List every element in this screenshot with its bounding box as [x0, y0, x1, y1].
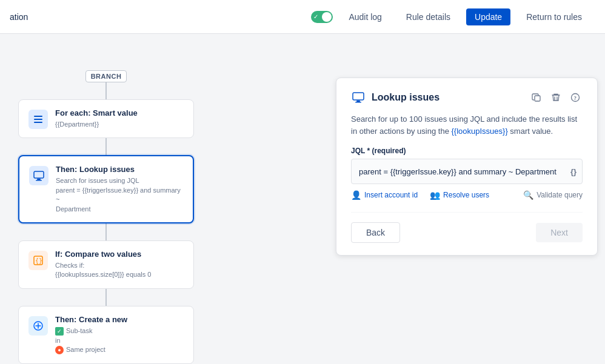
foreach-node-icon	[28, 110, 48, 129]
lookup-node-subtitle: Search for issues using JQLparent = {{tr…	[56, 176, 183, 214]
jql-input-container: {}	[351, 159, 583, 184]
help-icon: ?	[570, 93, 580, 102]
insert-account-label: Insert account id	[364, 191, 418, 199]
connector-line-3	[105, 223, 107, 240]
svg-rect-4	[37, 179, 41, 180]
copy-action-button[interactable]	[529, 90, 544, 105]
foreach-node-subtitle: {{Department}}	[55, 120, 184, 129]
svg-rect-5	[36, 180, 42, 181]
compare-node-icon: {}	[28, 251, 48, 270]
panel-title-icon	[351, 90, 366, 105]
connector-line-4	[105, 289, 107, 306]
svg-rect-1	[34, 119, 42, 120]
svg-text:?: ?	[574, 95, 577, 101]
create-icon	[33, 320, 44, 331]
audit-log-button[interactable]: Audit log	[340, 8, 390, 25]
insert-account-link[interactable]: 👤 Insert account id	[351, 190, 418, 200]
create-node-title: Then: Create a new	[55, 315, 184, 324]
enabled-toggle[interactable]: ✓	[311, 11, 333, 23]
compare-node-content: If: Compare two values Checks if:{{looku…	[55, 250, 184, 280]
create-node-content: Then: Create a new ✓Sub-task in ●Same pr…	[55, 315, 184, 355]
svg-rect-12	[356, 101, 360, 102]
next-button[interactable]: Next	[536, 223, 583, 242]
toggle-switch[interactable]: ✓	[311, 11, 333, 23]
lookup-node-title: Then: Lookup issues	[56, 165, 183, 174]
create-node[interactable]: Then: Create a new ✓Sub-task in ●Same pr…	[18, 306, 194, 364]
return-to-rules-button[interactable]: Return to rules	[518, 8, 590, 25]
svg-rect-11	[353, 93, 364, 100]
foreach-node-content: For each: Smart value {{Department}}	[55, 108, 184, 129]
subtask-icon-node: ✓Sub-task	[55, 326, 92, 336]
compare-icon: {}	[33, 255, 44, 266]
create-node-subtitle: ✓Sub-task in ●Same project	[55, 326, 184, 355]
svg-rect-0	[34, 116, 42, 117]
lookup-node-content: Then: Lookup issues Search for issues us…	[56, 165, 183, 214]
connector-line-2	[105, 138, 107, 155]
panel-header: Lookup issues ?	[351, 90, 583, 105]
panel-description-end: smart value.	[508, 127, 553, 136]
connector-line-1	[105, 82, 107, 99]
branch-label: BRANCH	[85, 70, 127, 82]
panel-title-row: Lookup issues	[351, 90, 440, 105]
panel-footer: Back Next	[351, 212, 583, 243]
update-button[interactable]: Update	[466, 8, 510, 25]
subtask-badge: ✓	[55, 327, 64, 336]
group-icon: 👥	[430, 190, 440, 200]
person-icon: 👤	[351, 190, 361, 200]
monitor-panel-icon	[352, 91, 364, 104]
compare-node[interactable]: {} If: Compare two values Checks if:{{lo…	[18, 240, 194, 289]
back-button[interactable]: Back	[351, 222, 400, 243]
canvas-area: BRANCH For each: Smart value {{Departmen…	[0, 34, 605, 364]
svg-rect-14	[535, 96, 540, 101]
svg-rect-2	[34, 122, 42, 123]
panel-description: Search for up to 100 issues using JQL an…	[351, 113, 583, 137]
panel-actions: ?	[529, 90, 583, 105]
top-bar: ation ✓ Audit log Rule details Update Re…	[0, 0, 605, 34]
resolve-users-link[interactable]: 👥 Resolve users	[430, 190, 489, 200]
app-title: ation	[0, 0, 28, 34]
panel-description-highlight: {{lookupIssues}}	[452, 127, 508, 136]
search-icon: 🔍	[523, 190, 533, 200]
resolve-users-label: Resolve users	[443, 191, 489, 199]
jql-input-suffix: {}	[570, 167, 577, 176]
svg-rect-13	[355, 102, 361, 103]
copy-icon	[532, 93, 541, 102]
toggle-check-icon: ✓	[313, 13, 318, 20]
panel-title: Lookup issues	[372, 92, 440, 103]
lookup-node[interactable]: Then: Lookup issues Search for issues us…	[18, 155, 194, 223]
jql-field-label: JQL * (required)	[351, 147, 583, 155]
lookup-panel: Lookup issues ?	[336, 78, 598, 256]
validate-query-link[interactable]: 🔍 Validate query	[523, 190, 583, 200]
compare-node-subtitle: Checks if:{{lookupIssues.size[0]}} equal…	[55, 261, 184, 280]
create-node-icon	[28, 316, 48, 336]
help-action-button[interactable]: ?	[568, 90, 583, 105]
foreach-node[interactable]: For each: Smart value {{Department}}	[18, 99, 194, 138]
rule-details-button[interactable]: Rule details	[398, 8, 459, 25]
lookup-node-icon	[29, 166, 48, 185]
delete-action-button[interactable]	[549, 90, 563, 105]
same-project-icon-node: ●Same project	[55, 345, 105, 354]
monitor-icon	[33, 170, 44, 181]
foreach-node-title: For each: Smart value	[55, 108, 184, 117]
trash-icon	[551, 93, 561, 102]
compare-node-title: If: Compare two values	[55, 250, 184, 259]
svg-text:{}: {}	[35, 257, 42, 264]
flow-container: BRANCH For each: Smart value {{Departmen…	[18, 70, 194, 364]
panel-links: 👤 Insert account id 👥 Resolve users 🔍 Va…	[351, 190, 583, 200]
svg-rect-3	[34, 171, 44, 178]
validate-label: Validate query	[536, 191, 583, 199]
list-icon	[33, 114, 44, 125]
same-project-badge: ●	[55, 346, 64, 354]
jql-input[interactable]	[351, 159, 583, 184]
